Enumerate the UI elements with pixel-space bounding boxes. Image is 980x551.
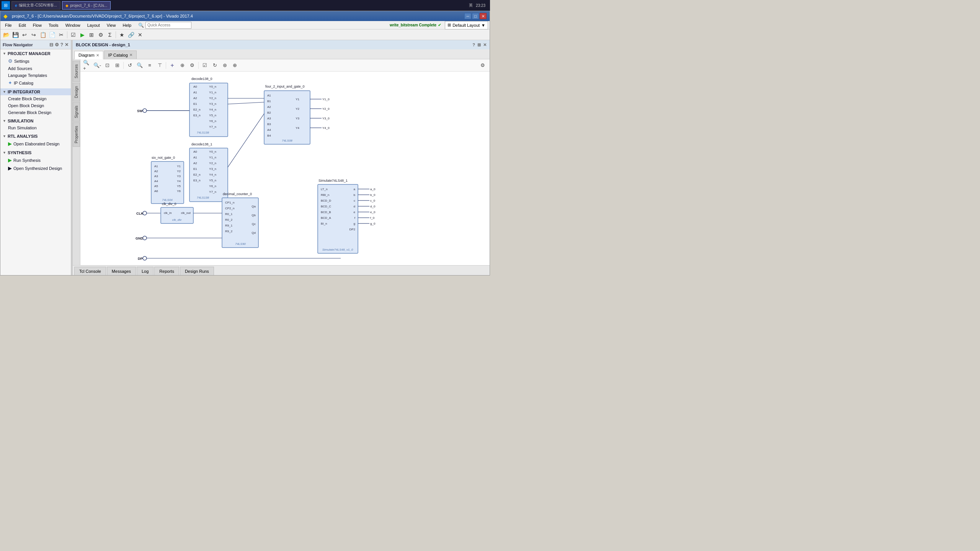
- dt-zoom-out[interactable]: 🔍-: [93, 61, 102, 70]
- nav-item-add-sources[interactable]: Add Sources: [0, 65, 71, 72]
- block-and-gate-label: four_2_input_and_gate_0: [265, 85, 305, 88]
- nav-section-header-simulation[interactable]: ▼ SIMULATION: [0, 117, 71, 124]
- pin-and-b2: B2: [267, 111, 271, 114]
- out-b-0: b_0: [370, 193, 376, 197]
- nav-item-run-simulation[interactable]: Run Simulation: [0, 124, 71, 131]
- menu-tools[interactable]: Tools: [46, 22, 62, 28]
- nav-item-ip-catalog[interactable]: ✦ IP Catalog: [0, 79, 71, 87]
- flow-nav-help[interactable]: ?: [60, 42, 63, 47]
- nav-item-language-templates[interactable]: Language Templates: [0, 72, 71, 79]
- tab-diagram[interactable]: Diagram ✕: [74, 51, 103, 59]
- type-74ls08: 74LS08: [282, 139, 292, 142]
- bd-close[interactable]: ✕: [483, 42, 487, 47]
- dt-route[interactable]: ⚙: [188, 61, 197, 70]
- dt-regenerate[interactable]: ↻: [210, 61, 219, 70]
- tb-copy[interactable]: 📋: [39, 31, 47, 39]
- side-tab-sources[interactable]: Sources: [73, 61, 80, 82]
- tb-save[interactable]: 💾: [11, 31, 20, 39]
- tb-undo[interactable]: ↩: [20, 31, 29, 39]
- menu-layout[interactable]: Layout: [84, 22, 103, 28]
- tab-diagram-close[interactable]: ✕: [96, 53, 99, 57]
- bottom-tab-log[interactable]: Log: [137, 267, 154, 275]
- side-tab-design[interactable]: Design: [73, 83, 80, 101]
- menu-flow[interactable]: Flow: [30, 22, 45, 28]
- nav-section-header-rtl[interactable]: ▼ RTL ANALYSIS: [0, 133, 71, 140]
- nav-item-settings[interactable]: ⚙ Settings: [0, 57, 71, 65]
- minimize-button[interactable]: ─: [464, 13, 471, 19]
- tab-ip-catalog-close[interactable]: ✕: [129, 53, 132, 57]
- window-title: project_7_6 - [C:/Users/wukan/Documents/…: [12, 14, 464, 18]
- out-y2-0: Y2_0: [322, 107, 330, 111]
- dt-zoom-in[interactable]: 🔍+: [83, 61, 92, 70]
- tb-run[interactable]: ▶: [78, 31, 87, 39]
- nav-section-rtl-analysis: ▼ RTL ANALYSIS ▶ Open Elaborated Design: [0, 132, 71, 148]
- pin-e2n-1: E2_n: [193, 173, 201, 176]
- nav-section-header-project-manager[interactable]: ▼ PROJECT MANAGER: [0, 50, 71, 57]
- flow-nav-collapse[interactable]: ⊟: [49, 42, 53, 47]
- nav-item-create-block-design[interactable]: Create Block Design: [0, 95, 71, 102]
- nav-item-open-elaborated-design[interactable]: ▶ Open Elaborated Design: [0, 140, 71, 148]
- dt-search[interactable]: 🔍: [135, 61, 144, 70]
- tb-link[interactable]: 🔗: [127, 31, 135, 39]
- tb-sigma[interactable]: Σ: [106, 31, 114, 39]
- tb-star[interactable]: ★: [118, 31, 126, 39]
- tb-open[interactable]: 📂: [2, 31, 10, 39]
- side-tab-signals[interactable]: Signals: [73, 102, 80, 122]
- dt-validate[interactable]: ☑: [200, 61, 209, 70]
- dt-settings[interactable]: ⚙: [478, 61, 487, 70]
- flow-nav-close[interactable]: ✕: [65, 42, 69, 47]
- dt-connect[interactable]: ⊕: [178, 61, 187, 70]
- nav-item-open-block-design[interactable]: Open Block Design: [0, 102, 71, 109]
- maximize-button[interactable]: □: [472, 13, 479, 19]
- menu-help[interactable]: Help: [119, 22, 134, 28]
- nav-item-run-synthesis[interactable]: ▶ Run Synthesis: [0, 156, 71, 164]
- flow-nav-settings[interactable]: ⚙: [55, 42, 59, 47]
- taskbar-btn-csdn[interactable]: e 编辑文章-CSDN博客...: [11, 1, 60, 10]
- bottom-tab-design-runs[interactable]: Design Runs: [180, 267, 214, 275]
- tab-ip-catalog[interactable]: IP Catalog ✕: [104, 51, 137, 59]
- block-decode138-0-label: decode138_0: [191, 77, 212, 81]
- menu-view[interactable]: View: [104, 22, 119, 28]
- dt-fit-sel[interactable]: ⊞: [113, 61, 122, 70]
- bd-help[interactable]: ?: [472, 42, 475, 47]
- block-simulate74ls48-label: Simulate74LS48_1: [318, 179, 348, 183]
- menu-file[interactable]: File: [2, 22, 15, 28]
- tb-settings[interactable]: ⚙: [96, 31, 105, 39]
- tb-close2[interactable]: ✕: [136, 31, 144, 39]
- tb-redo[interactable]: ↪: [29, 31, 38, 39]
- quick-access-input[interactable]: [145, 22, 191, 29]
- dt-add[interactable]: +: [168, 61, 177, 70]
- tb-grid[interactable]: ⊞: [87, 31, 96, 39]
- tb-paste[interactable]: 📄: [48, 31, 56, 39]
- out-d-0: d_0: [370, 205, 376, 208]
- dt-fit[interactable]: ⊡: [103, 61, 112, 70]
- close-button[interactable]: ✕: [480, 13, 487, 19]
- layout-selector[interactable]: ⊞ Default Layout ▼: [445, 21, 488, 29]
- side-tab-properties[interactable]: Properties: [73, 122, 80, 147]
- block-and-gate[interactable]: [264, 91, 310, 144]
- flow-navigator: Flow Navigator ⊟ ⚙ ? ✕ ▼ PROJECT MANAGER: [0, 40, 71, 275]
- tb-check[interactable]: ☑: [69, 31, 77, 39]
- bottom-tab-reports[interactable]: Reports: [154, 267, 179, 275]
- wire-y0n1-and: [228, 114, 264, 167]
- nav-item-open-synthesized-design[interactable]: ▶ Open Synthesized Design: [0, 164, 71, 172]
- bottom-tab-tcl[interactable]: Tcl Console: [74, 267, 106, 275]
- start-button[interactable]: ⊞: [2, 1, 10, 10]
- taskbar-btn-vivado[interactable]: ◆ project_7_6 - [C:/Us...: [62, 1, 111, 10]
- dt-auto-layout[interactable]: ≡: [145, 61, 154, 70]
- menu-edit[interactable]: Edit: [16, 22, 29, 28]
- dt-align-top[interactable]: ⊤: [155, 61, 164, 70]
- bd-maximize[interactable]: ⊞: [477, 42, 481, 47]
- diagram-svg-area: .block { fill: #dde8f8; stroke: #6688bb;…: [80, 72, 490, 265]
- status-text: write_bitstream Complete: [390, 23, 436, 27]
- bottom-tab-messages[interactable]: Messages: [107, 267, 136, 275]
- nav-section-header-synthesis[interactable]: ▼ SYNTHESIS: [0, 149, 71, 156]
- tb-cut[interactable]: ✂: [57, 31, 65, 39]
- nav-section-header-ip-integrator[interactable]: ▼ IP INTEGRATOR: [0, 88, 71, 95]
- dt-refresh[interactable]: ↺: [125, 61, 134, 70]
- dt-more[interactable]: ⊕: [230, 61, 239, 70]
- nav-item-generate-block-design[interactable]: Generate Block Design: [0, 109, 71, 116]
- dt-debug[interactable]: ⊛: [220, 61, 229, 70]
- port-clk-label: CLK: [136, 212, 144, 215]
- menu-window[interactable]: Window: [62, 22, 83, 28]
